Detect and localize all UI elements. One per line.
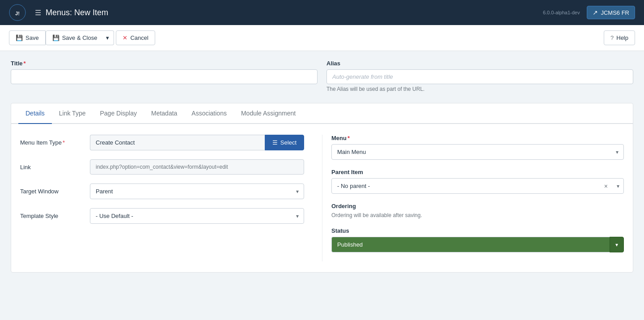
status-dropdown-button[interactable]: ▾ [610,237,624,252]
alias-label: Alias [326,60,633,67]
parent-item-select-wrapper: - No parent - × ▾ [331,178,624,194]
cancel-label: Cancel [130,34,148,41]
joomla-logo: J! [9,4,26,21]
select-button-label: Select [280,139,297,146]
user-label: JCMS6 FR [601,9,629,16]
menu-item-type-label: Menu Item Type* [20,135,83,146]
target-window-select[interactable]: Parent [90,183,304,199]
ordering-label: Ordering [331,203,624,209]
menu-label: Menu* [331,135,624,141]
alias-input[interactable] [326,69,633,84]
menu-select[interactable]: Main Menu [331,144,624,160]
template-style-row: Template Style - Use Default - [20,208,304,224]
tab-metadata[interactable]: Metadata [144,103,184,124]
alias-hint: The Alias will be used as part of the UR… [326,86,633,92]
link-label: Link [20,159,83,171]
tab-link-type[interactable]: Link Type [52,103,93,124]
target-window-label: Target Window [20,183,83,195]
status-group: Status Published ▾ [331,227,624,252]
menu-item-type-value: Create Contact [90,135,265,150]
svg-text:J!: J! [15,11,20,16]
app-header: J! ☰ Menus: New Item 6.0.0-alpha1-dev ↗ … [0,0,644,25]
parent-item-label: Parent Item [331,169,624,175]
link-control: index.php?option=com_contact&view=form&l… [90,159,304,175]
header-title: ☰ Menus: New Item [35,8,543,17]
title-label: Title* [11,60,318,67]
detail-grid: Menu Item Type* Create Contact ☰ Select [20,135,624,261]
save-label: Save [25,34,39,41]
ordering-note: Ordering will be available after saving. [331,212,624,218]
detail-right: Menu* Main Menu Parent Item [322,135,624,261]
help-button[interactable]: ? Help [604,30,635,45]
ordering-group: Ordering Ordering will be available afte… [331,203,624,218]
tab-associations[interactable]: Associations [184,103,234,124]
parent-item-clear-button[interactable]: × [602,183,610,190]
status-value: Published [331,237,610,252]
logo-area: J! [9,4,26,21]
toolbar: 💾 Save 💾 Save & Close ▾ ✕ Cancel ? Help [0,25,644,51]
tab-module-assignment[interactable]: Module Assignment [234,103,303,124]
title-group: Title* [11,60,318,92]
alias-group: Alias The Alias will be used as part of … [326,60,633,92]
template-style-label: Template Style [20,208,83,219]
menu-group: Menu* Main Menu [331,135,624,160]
detail-left: Menu Item Type* Create Contact ☰ Select [20,135,322,261]
tab-page-display[interactable]: Page Display [93,103,144,124]
status-field: Published ▾ [331,237,624,252]
menu-item-type-row: Menu Item Type* Create Contact ☰ Select [20,135,304,150]
save-icon: 💾 [16,34,23,41]
header-right: 6.0.0-alpha1-dev ↗ JCMS6 FR [543,6,635,19]
status-chevron-icon: ▾ [615,242,618,248]
save-close-label: Save & Close [62,34,97,41]
title-alias-row: Title* Alias The Alias will be used as p… [11,60,633,92]
link-row: Link index.php?option=com_contact&view=f… [20,159,304,175]
link-value: index.php?option=com_contact&view=form&l… [90,159,304,175]
select-button[interactable]: ☰ Select [265,135,304,150]
parent-item-select[interactable]: - No parent - [331,178,624,194]
save-button[interactable]: 💾 Save [9,30,46,45]
template-style-select-wrapper: - Use Default - [90,208,304,224]
save-group: 💾 Save 💾 Save & Close ▾ [9,30,114,45]
parent-item-group: Parent Item - No parent - × ▾ [331,169,624,194]
target-window-row: Target Window Parent [20,183,304,199]
cancel-button[interactable]: ✕ Cancel [116,30,155,45]
save-close-button[interactable]: 💾 Save & Close [46,30,104,45]
status-label: Status [331,227,624,234]
tab-details[interactable]: Details [18,103,52,124]
save-dropdown-button[interactable]: ▾ [102,30,114,45]
save-close-icon: 💾 [52,34,59,41]
menu-item-type-control: Create Contact ☰ Select [90,135,304,150]
template-style-select[interactable]: - Use Default - [90,208,304,224]
template-style-control: - Use Default - [90,208,304,224]
version-badge: 6.0.0-alpha1-dev [543,10,580,15]
user-badge[interactable]: ↗ JCMS6 FR [587,6,635,19]
title-input[interactable] [11,69,318,84]
tabs-header: Details Link Type Page Display Metadata … [11,103,633,124]
tabs-container: Details Link Type Page Display Metadata … [11,103,633,273]
menu-item-type-field: Create Contact ☰ Select [90,135,304,150]
cancel-icon: ✕ [123,34,127,41]
help-icon: ? [610,34,614,41]
external-link-icon: ↗ [593,9,598,16]
chevron-down-icon: ▾ [106,34,109,41]
target-window-select-wrapper: Parent [90,183,304,199]
tab-content-details: Menu Item Type* Create Contact ☰ Select [11,124,633,272]
target-window-control: Parent [90,183,304,199]
menu-select-wrapper: Main Menu [331,144,624,160]
list-icon: ☰ [272,139,278,146]
menu-lines-icon: ☰ [35,9,41,17]
main-content: Title* Alias The Alias will be used as p… [0,51,644,320]
help-label: Help [616,34,628,41]
